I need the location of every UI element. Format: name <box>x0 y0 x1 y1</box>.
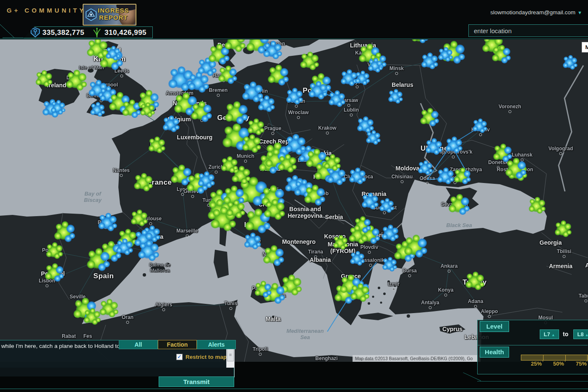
portal-splat <box>354 225 360 231</box>
portal-splat <box>279 211 285 217</box>
portal-splat <box>322 91 328 97</box>
portal-splat <box>191 112 199 120</box>
portal-splat <box>108 241 115 248</box>
intel-map[interactable]: United KingdomGermanyFranceSpainUkraineT… <box>0 39 588 362</box>
portal-splat <box>388 225 393 230</box>
portal-splat <box>243 136 249 142</box>
portal-splat <box>319 196 325 202</box>
search-input[interactable] <box>468 24 588 37</box>
portal-splat <box>209 201 217 209</box>
portal-splat <box>427 52 433 58</box>
portal-splat <box>452 136 457 142</box>
portal-splat <box>248 127 253 133</box>
portal-splat <box>140 243 146 249</box>
portal-splat <box>348 274 354 281</box>
portal-clusters <box>0 39 588 362</box>
comm-input[interactable] <box>0 368 234 376</box>
portal-splat <box>122 238 128 244</box>
level-to-select[interactable]: L8▲ <box>573 329 588 339</box>
portal-splat <box>216 44 223 50</box>
tab-alerts[interactable]: Alerts <box>197 340 236 349</box>
portal-splat <box>350 259 355 264</box>
portal-splat <box>349 176 355 182</box>
portal-splat <box>212 68 217 73</box>
portal-splat <box>464 206 470 212</box>
portal-splat <box>340 285 348 293</box>
portal-splat <box>316 164 322 170</box>
portal-splat <box>148 183 153 189</box>
portal-splat <box>347 69 352 75</box>
portal-splat <box>352 285 358 291</box>
tab-all[interactable]: All <box>119 340 158 349</box>
portal-splat <box>307 52 313 57</box>
portal-splat <box>73 70 80 76</box>
portal-splat <box>318 73 324 80</box>
transmit-button[interactable]: Transmit <box>159 376 234 387</box>
portal-splat <box>225 65 231 71</box>
portal-splat <box>250 81 256 88</box>
portal-splat <box>358 283 363 289</box>
portal-splat <box>364 294 370 299</box>
portal-splat <box>450 41 458 48</box>
portal-splat <box>188 175 195 182</box>
portal-splat <box>460 167 465 173</box>
portal-splat <box>393 265 397 269</box>
scrollbar-thumb[interactable]: ≡ <box>227 349 234 361</box>
portal-splat <box>253 118 259 124</box>
portal-splat <box>247 211 255 219</box>
portal-splat <box>59 274 64 279</box>
portal-splat <box>47 80 52 84</box>
portal-splat <box>116 60 123 66</box>
portal-splat <box>264 222 271 230</box>
portal-splat <box>300 146 306 152</box>
level-from-select[interactable]: L7▲ <box>540 329 559 339</box>
portal-splat <box>270 105 274 110</box>
portal-splat <box>261 281 266 286</box>
portal-splat <box>478 118 483 123</box>
portal-splat <box>301 54 307 60</box>
portal-splat <box>143 219 147 224</box>
enlightened-icon <box>93 27 101 38</box>
restrict-to-map-toggle[interactable]: ✓ Restrict to map <box>176 354 227 360</box>
portal-splat <box>361 259 365 264</box>
portal-splat <box>573 63 578 68</box>
portal-splat <box>89 89 95 96</box>
portal-splat <box>101 110 105 115</box>
portal-splat <box>154 136 160 142</box>
triangle-up-icon: ▲ <box>585 333 588 337</box>
portal-splat <box>288 274 295 281</box>
account-menu[interactable]: slowmotiondaydream@gmail.com▼ <box>490 9 582 16</box>
portal-splat <box>75 300 82 307</box>
map-type-button[interactable]: M <box>582 42 588 52</box>
portal-splat <box>394 89 398 94</box>
portal-splat <box>306 146 311 152</box>
portal-splat <box>418 168 423 173</box>
portal-splat <box>399 97 403 102</box>
portal-splat <box>267 290 271 295</box>
portal-splat <box>134 183 141 189</box>
restrict-checkbox[interactable]: ✓ <box>176 354 183 360</box>
portal-splat <box>434 118 439 124</box>
portal-splat <box>249 134 255 140</box>
portal-splat <box>382 233 388 239</box>
portal-splat <box>306 159 314 167</box>
portal-splat <box>482 44 490 52</box>
portal-splat <box>112 223 118 229</box>
portal-splat <box>374 58 378 63</box>
portal-splat <box>394 252 402 259</box>
portal-splat <box>269 67 276 73</box>
portal-splat <box>90 110 96 115</box>
portal-splat <box>81 81 87 87</box>
portal-splat <box>467 274 473 280</box>
restrict-label: Restrict to map <box>186 354 227 360</box>
portal-splat <box>188 83 196 90</box>
portal-splat <box>366 138 371 143</box>
header-divider <box>0 39 588 39</box>
portal-splat <box>438 55 444 60</box>
portal-splat <box>361 46 367 52</box>
portal-splat <box>278 164 285 170</box>
health-slider[interactable] <box>521 355 588 361</box>
portal-splat <box>282 277 289 283</box>
tab-faction[interactable]: Faction <box>158 340 197 349</box>
portal-splat <box>427 108 433 114</box>
